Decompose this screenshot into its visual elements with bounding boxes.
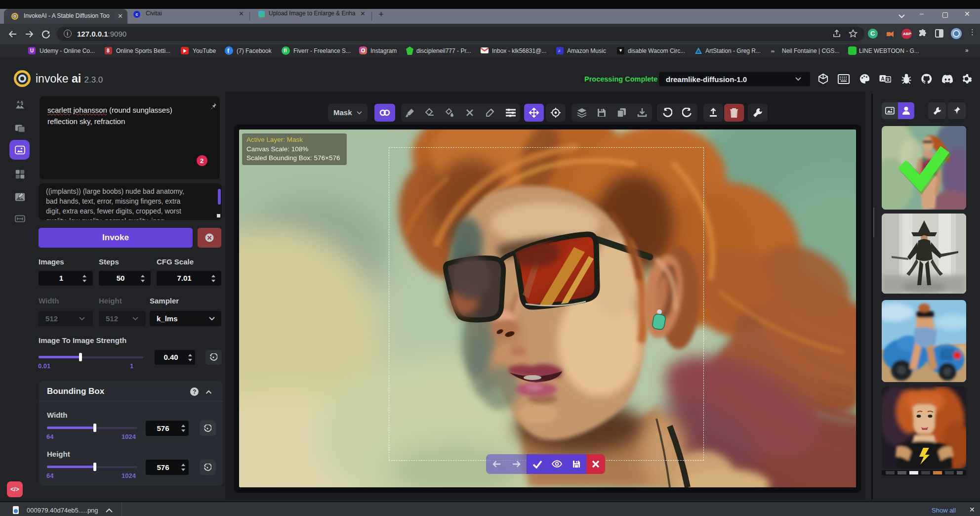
svg-text:A: A [881, 76, 884, 82]
svg-text:文: 文 [886, 78, 890, 82]
